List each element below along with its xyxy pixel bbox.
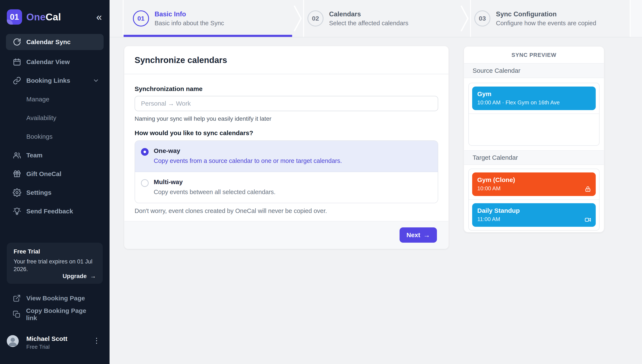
sync-name-label: Synchronization name [135,85,438,92]
gear-icon [13,188,21,197]
video-camera-icon [585,216,591,223]
logo-row: 01 OneCal « [7,8,104,26]
event-slot: Gym 10:00 AM · Flex Gym on 16th Ave [469,83,599,114]
sidebar-item-label: Calendar View [26,58,70,66]
user-row[interactable]: Michael Scott Free Trial ⋮ [0,329,110,364]
ellipsis-vertical-icon[interactable]: ⋮ [90,335,103,346]
radio-option-title: Multi-way [154,178,275,186]
step-number-badge: 03 [474,10,490,26]
sidebar-item-team[interactable]: Team [6,146,104,164]
source-calendar-section-label: Source Calendar [464,64,604,78]
sidebar-item-settings[interactable]: Settings [6,183,104,202]
brand-wordmark: OneCal [26,11,61,23]
arrow-right-icon: → [90,273,96,279]
sidebar-item-calendar-sync[interactable]: Calendar Sync [6,34,104,50]
radio-option-description: Copy events between all selected calenda… [154,188,275,196]
step-number: 03 [479,15,486,22]
free-trial-card: Free Trial Your free trial expires on 01… [7,243,103,284]
step-subtitle: Configure how the events are copied [496,20,596,27]
step-number-badge: 01 [133,10,149,26]
free-trial-title: Free Trial [14,248,96,255]
sync-preview-title: SYNC PREVIEW [464,47,604,64]
sidebar-item-send-feedback[interactable]: Send Feedback [6,202,104,220]
lightbulb-icon [13,207,21,216]
sidebar-item-availability[interactable]: Availability [6,108,104,127]
brand-name-part1: One [26,12,46,22]
target-calendar-card: Gym (Clone) 10:00 AM Daily Standup 11:00… [468,169,599,230]
sidebar-item-label: Bookings [26,133,53,140]
source-calendar-card: Gym 10:00 AM · Flex Gym on 16th Ave [468,83,599,146]
link-icon [13,76,21,85]
calendar-event: Gym 10:00 AM · Flex Gym on 16th Ave [472,86,596,110]
gift-icon [13,170,21,178]
step-texts: Sync Configuration Configure how the eve… [496,10,596,27]
sidebar-item-calendar-view[interactable]: Calendar View [6,52,104,71]
event-title: Gym (Clone) [477,176,591,184]
sidebar-item-label: Manage [26,96,49,103]
arrow-right-icon: → [423,231,430,239]
calendar-icon [13,58,21,66]
step-separator-chevron-icon [459,0,470,37]
event-title: Daily Standup [477,207,591,214]
radio-unselected-icon[interactable] [141,179,149,187]
empty-event-slot [469,114,599,145]
radio-option-multi-way[interactable]: Multi-way Copy events between all select… [135,172,438,203]
sidebar-item-booking-links[interactable]: Booking Links [6,71,104,90]
onecal-app: 01 OneCal « Calendar Sync Calendar View [0,0,642,364]
step-number-badge: 02 [307,10,324,26]
user-meta: Michael Scott Free Trial [26,335,67,350]
target-calendar-section-label: Target Calendar [464,150,604,165]
sidebar-item-manage[interactable]: Manage [6,90,104,108]
calendar-event: Gym (Clone) 10:00 AM [472,172,596,196]
step-number: 01 [137,15,144,22]
page-title: Synchronize calendars [135,55,227,65]
copy-booking-page-link[interactable]: Copy Booking Page link [6,306,104,322]
sidebar-nav: Calendar Sync Calendar View Booking Link… [6,34,104,220]
user-name: Michael Scott [26,335,67,342]
side-link-label: Copy Booking Page link [26,307,97,322]
sidebar-item-label: Send Feedback [26,208,73,215]
event-time: 10:00 AM · Flex Gym on 16th Ave [477,99,591,106]
radio-selected-icon[interactable] [141,148,149,156]
card-body: Synchronization name Naming your sync wi… [124,74,448,214]
event-time: 10:00 AM [477,185,591,192]
calendar-event: Daily Standup 11:00 AM [472,203,596,227]
step-title: Calendars [329,10,409,18]
radio-texts: Multi-way Copy events between all select… [154,178,275,196]
event-slot: Daily Standup 11:00 AM [469,200,599,230]
view-booking-page-link[interactable]: View Booking Page [6,290,104,306]
event-title: Gym [477,90,591,98]
wizard-stepper: 01 Basic Info Basic info about the Sync … [110,0,642,37]
step-basic-info[interactable]: 01 Basic Info Basic info about the Sync [123,0,292,37]
radio-option-title: One-way [154,147,342,154]
step-separator-chevron-icon [292,0,303,37]
copy-icon [13,310,21,318]
sidebar-item-bookings[interactable]: Bookings [6,127,104,146]
sync-name-input[interactable] [135,96,438,111]
sync-icon [13,38,21,46]
sidebar-item-label: Team [26,152,43,159]
radio-option-one-way[interactable]: One-way Copy events from a source calend… [135,141,438,172]
card-header: Synchronize calendars [124,46,448,74]
sidebar-item-label: Calendar Sync [26,38,71,46]
event-time: 11:00 AM [477,216,591,222]
upgrade-link[interactable]: Upgrade → [63,273,96,280]
user-plan-badge: Free Trial [26,344,67,350]
step-subtitle: Basic info about the Sync [155,20,224,27]
free-trial-message: Your free trial expires on 01 Jul 2026. [14,258,96,273]
team-icon [13,151,21,160]
step-calendars[interactable]: 02 Calendars Select the affected calenda… [303,0,459,37]
sidebar-item-label: Availability [26,114,56,122]
sidebar: 01 OneCal « Calendar Sync Calendar View [0,0,110,364]
step-sync-configuration[interactable]: 03 Sync Configuration Configure how the … [470,0,630,37]
main-content: Synchronize calendars Synchronization na… [110,38,642,364]
sync-mode-question: How would you like to sync calendars? [135,130,438,136]
sidebar-collapse-icon[interactable]: « [95,11,104,23]
sidebar-item-gift-onecal[interactable]: Gift OneCal [6,164,104,183]
section-label: Target Calendar [473,154,518,161]
upgrade-label: Upgrade [63,273,87,279]
next-button[interactable]: Next → [400,228,437,243]
sidebar-item-label: Booking Links [26,77,70,84]
step-number: 02 [312,15,319,22]
avatar [7,335,19,347]
